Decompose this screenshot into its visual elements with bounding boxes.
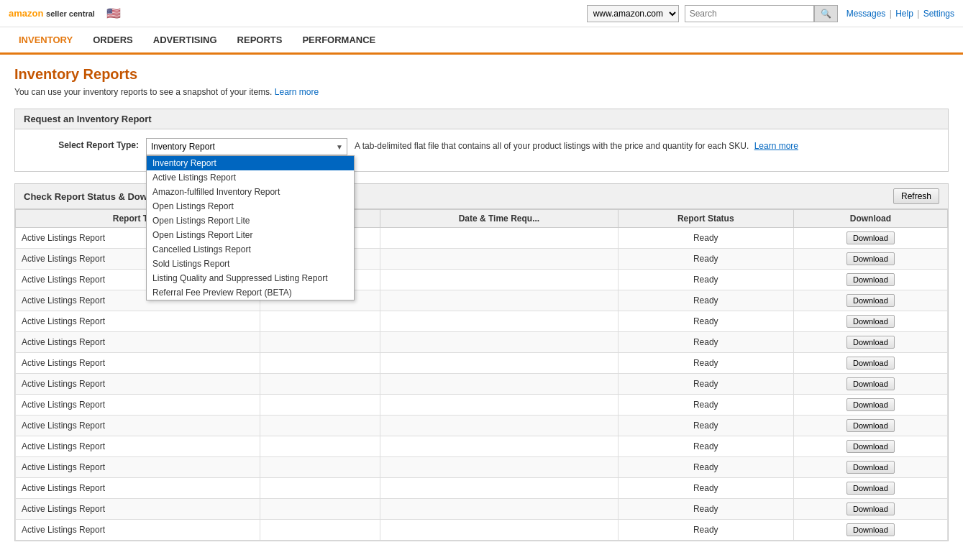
cell-download: Download [793,353,947,374]
cell-report-type: Active Listings Report [16,395,260,416]
dropdown-item[interactable]: Cancelled Listings Report [147,242,354,257]
dropdown-item[interactable]: Inventory Report [147,156,354,170]
page-subtitle: You can use your inventory reports to se… [14,87,949,97]
cell-report-type: Active Listings Report [16,457,260,478]
header-links: Messages | Help | Settings [846,9,954,19]
cell-batch-id [260,332,380,353]
dropdown-item[interactable]: Open Listings Report Lite [147,214,354,228]
messages-link[interactable]: Messages [846,9,886,19]
download-button[interactable]: Download [846,315,895,328]
download-button[interactable]: Download [846,398,895,411]
help-link[interactable]: Help [895,9,913,19]
nav-orders[interactable]: ORDERS [83,27,143,55]
search-input[interactable] [685,5,814,22]
cell-batch-id [260,520,380,541]
download-button[interactable]: Download [846,357,895,369]
cell-date-time [380,290,618,311]
nav-performance[interactable]: PERFORMANCE [292,27,385,55]
col-date-time: Date & Time Requ... [380,210,618,228]
cell-date-time [380,416,618,436]
download-button[interactable]: Download [846,377,895,390]
cell-status: Ready [618,416,793,436]
download-button[interactable]: Download [846,419,895,432]
cell-status: Ready [618,290,793,311]
dropdown-item[interactable]: Active Listings Report [147,170,354,185]
nav-advertising[interactable]: ADVERTISING [143,27,227,55]
cell-batch-id [260,353,380,374]
cell-status: Ready [618,395,793,416]
cell-report-type: Active Listings Report [16,311,260,332]
cell-download: Download [793,311,947,332]
cell-date-time [380,374,618,395]
learn-more-link[interactable]: Learn more [275,87,319,97]
cell-date-time [380,436,618,457]
cell-date-time [380,332,618,353]
cell-download: Download [793,395,947,416]
request-section-header: Request an Inventory Report [15,109,948,129]
cell-batch-id [260,374,380,395]
dropdown-item[interactable]: Sold Listings Report [147,257,354,271]
cell-date-time [380,499,618,520]
dropdown-item[interactable]: Amazon-fulfilled Inventory Report [147,185,354,199]
table-row: Active Listings Report Ready Download [16,457,948,478]
cell-date-time [380,353,618,374]
main-nav: INVENTORY ORDERS ADVERTISING REPORTS PER… [0,27,963,55]
download-button[interactable]: Download [846,294,895,307]
cell-download: Download [793,374,947,395]
cell-download: Download [793,332,947,353]
table-row: Active Listings Report Ready Download [16,416,948,436]
report-type-select[interactable]: Inventory ReportActive Listings ReportAm… [146,138,347,155]
download-button[interactable]: Download [846,502,895,515]
report-type-dropdown[interactable]: Inventory ReportActive Listings ReportAm… [146,155,355,300]
report-type-label: Select Report Type: [24,138,139,150]
nav-reports[interactable]: REPORTS [227,27,293,55]
download-button[interactable]: Download [846,231,895,244]
cell-status: Ready [618,332,793,353]
table-row: Active Listings Report Ready Download [16,520,948,541]
download-button[interactable]: Download [846,523,895,536]
download-button[interactable]: Download [846,440,895,453]
cell-report-type: Active Listings Report [16,520,260,541]
cell-status: Ready [618,520,793,541]
report-learn-more-link[interactable]: Learn more [754,141,798,151]
page-content: Inventory Reports You can use your inven… [0,55,963,560]
cell-download: Download [793,270,947,290]
dropdown-item[interactable]: Open Listings Report Liter [147,228,354,242]
cell-report-type: Active Listings Report [16,332,260,353]
settings-link[interactable]: Settings [923,9,954,19]
col-download: Download [793,210,947,228]
table-row: Active Listings Report Ready Download [16,499,948,520]
refresh-button[interactable]: Refresh [893,188,939,204]
cell-date-time [380,395,618,416]
download-button[interactable]: Download [846,336,895,349]
search-button[interactable]: 🔍 [814,5,838,22]
cell-status: Ready [618,353,793,374]
download-button[interactable]: Download [846,461,895,474]
download-button[interactable]: Download [846,273,895,286]
cell-report-type: Active Listings Report [16,478,260,499]
separator: | [890,9,894,19]
table-row: Active Listings Report Ready Download [16,374,948,395]
cell-report-type: Active Listings Report [16,416,260,436]
col-report-status: Report Status [618,210,793,228]
table-row: Active Listings Report Ready Download [16,395,948,416]
domain-select[interactable]: www.amazon.com [587,5,679,22]
logo-area: amazon seller central 🇺🇸 [9,6,121,20]
cell-batch-id [260,478,380,499]
cell-download: Download [793,457,947,478]
dropdown-item[interactable]: Referral Fee Preview Report (BETA) [147,285,354,300]
separator2: | [917,9,921,19]
download-button[interactable]: Download [846,252,895,265]
request-section-body: Select Report Type: Inventory ReportActi… [15,129,948,171]
download-button[interactable]: Download [846,482,895,495]
cell-download: Download [793,228,947,249]
nav-inventory[interactable]: INVENTORY [9,27,83,55]
table-row: Active Listings Report Ready Download [16,311,948,332]
cell-batch-id [260,499,380,520]
cell-batch-id [260,395,380,416]
flag-icon: 🇺🇸 [106,6,121,20]
cell-download: Download [793,478,947,499]
dropdown-item[interactable]: Listing Quality and Suppressed Listing R… [147,271,354,285]
dropdown-item[interactable]: Open Listings Report [147,199,354,214]
cell-date-time [380,228,618,249]
